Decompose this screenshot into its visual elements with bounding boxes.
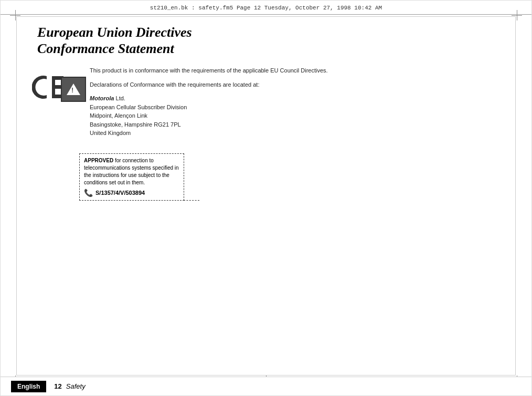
phone-icon: 📞 xyxy=(84,189,93,197)
bottom-bar: English 12 Safety xyxy=(1,377,531,395)
phone-icon-row: 📞 S/1357/4/V/503894 xyxy=(84,189,179,197)
title-block: European Union Directives Conformance St… xyxy=(32,24,500,57)
page-title: European Union Directives Conformance St… xyxy=(37,24,192,57)
main-content: European Union Directives Conformance St… xyxy=(32,24,500,353)
section-label: Safety xyxy=(66,382,86,390)
title-line1: European Union Directives xyxy=(37,25,192,40)
title-line2: Conformance Statement xyxy=(37,41,174,56)
company-suffix: Ltd. xyxy=(114,95,125,101)
address-line2: Midpoint, Alençon Link xyxy=(90,112,147,119)
approval-number: S/1357/4/V/503894 xyxy=(95,190,145,196)
company-name: Motorola xyxy=(90,95,114,101)
warning-triangle xyxy=(67,84,80,95)
page-container: st210_en.bk : safety.fm5 Page 12 Tuesday… xyxy=(0,0,532,396)
warning-icon xyxy=(61,77,86,102)
address-line1: European Cellular Subscriber Division xyxy=(90,104,187,110)
body-content: This product is in conformance with the … xyxy=(32,66,500,143)
language-badge: English xyxy=(11,381,46,392)
paragraph1: This product is in conformance with the … xyxy=(90,66,500,75)
title-text: European Union Directives Conformance St… xyxy=(37,24,192,57)
file-info-bar: st210_en.bk : safety.fm5 Page 12 Tuesday… xyxy=(1,5,531,15)
address-line3: Basingstoke, Hampshire RG21 7PL xyxy=(90,121,181,128)
page-number: 12 xyxy=(54,382,61,390)
right-text: This product is in conformance with the … xyxy=(90,66,500,143)
approved-box: APPROVED for connection to telecommunica… xyxy=(79,153,184,201)
approved-bold: APPROVED xyxy=(84,158,113,163)
dashed-extension xyxy=(184,200,199,201)
address-line4: United Kingdom xyxy=(90,130,131,136)
paragraph2: Declarations of Conformance with the req… xyxy=(90,80,500,89)
address-block: Motorola Ltd. European Cellular Subscrib… xyxy=(90,94,500,138)
file-info-text: st210_en.bk : safety.fm5 Page 12 Tuesday… xyxy=(150,5,382,11)
approved-text: APPROVED for connection to telecommunica… xyxy=(84,157,179,186)
svg-rect-2 xyxy=(52,85,61,89)
